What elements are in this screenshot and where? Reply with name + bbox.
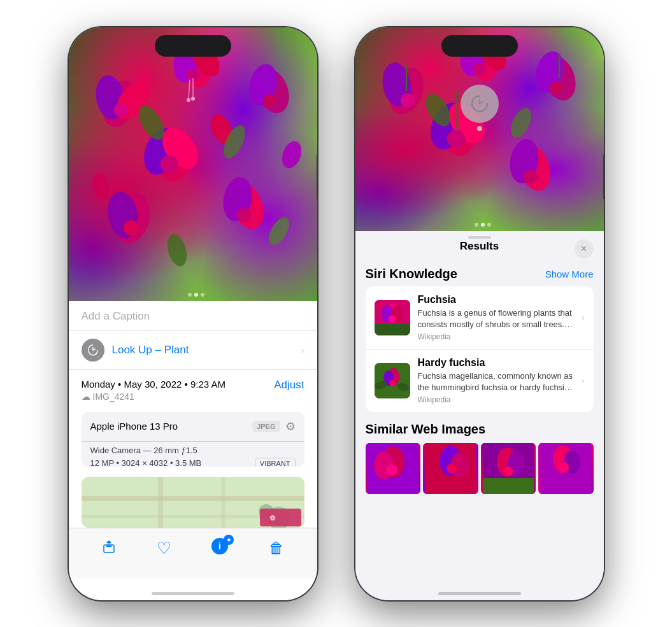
cloud-icon: ☁: [82, 391, 90, 402]
home-indicator: [69, 579, 317, 600]
location-row: ☁ IMG_4241: [82, 391, 225, 402]
hardy-text: Hardy fuchsia Fuchsia magellanica, commo…: [418, 357, 574, 404]
similar-section: Similar Web Images: [366, 419, 594, 499]
device-card: Apple iPhone 13 Pro JPEG ⚙ Wide Camera —…: [82, 412, 304, 467]
vibrant-badge: VIBRANT: [255, 458, 296, 467]
filename: IMG_4241: [93, 391, 134, 402]
close-button[interactable]: ✕: [575, 239, 594, 258]
fuchsia-thumbnail: [375, 300, 410, 335]
svg-point-27: [187, 98, 190, 102]
photo-area[interactable]: [69, 27, 317, 301]
svg-point-22: [278, 138, 304, 171]
specs-row2: 12 MP • 3024 × 4032 • 3.5 MB VIBRANT: [90, 458, 296, 467]
info-badge: ✦: [224, 535, 234, 545]
right-phone: Results ✕ Siri Knowledge Show More: [355, 27, 604, 600]
svg-point-100: [559, 462, 569, 472]
svg-text:🌸: 🌸: [269, 514, 276, 521]
date-info: Monday • May 30, 2022 • 9:23 AM ☁ IMG_42…: [82, 379, 225, 402]
similar-title: Similar Web Images: [366, 422, 594, 437]
svg-point-31: [264, 214, 293, 248]
adjust-button[interactable]: Adjust: [274, 379, 304, 391]
right-home-bar: [438, 592, 521, 595]
fuchsia-result[interactable]: Fuchsia Fuchsia is a genus of flowering …: [366, 286, 594, 349]
svg-point-34: [201, 293, 204, 297]
hardy-desc: Fuchsia magellanica, commonly known as t…: [418, 370, 574, 393]
similar-image-2[interactable]: [423, 443, 478, 494]
similar-images[interactable]: [366, 443, 594, 494]
gear-icon[interactable]: ⚙: [285, 419, 296, 433]
svg-rect-42: [260, 509, 301, 526]
svg-point-26: [191, 97, 195, 101]
home-bar: [152, 592, 234, 595]
fuchsia-chevron: ›: [582, 313, 585, 323]
right-screen: Results ✕ Siri Knowledge Show More: [355, 27, 604, 600]
svg-point-95: [504, 467, 513, 476]
results-panel: Results ✕ Siri Knowledge Show More: [355, 231, 604, 579]
svg-rect-96: [483, 478, 534, 494]
device-name: Apple iPhone 13 Pro: [90, 421, 178, 432]
knowledge-card: Fuchsia Fuchsia is a genus of flowering …: [366, 286, 594, 412]
hardy-source: Wikipedia: [418, 395, 574, 404]
svg-rect-38: [222, 477, 225, 528]
right-home-indicator: [355, 579, 604, 600]
hardy-fuchsia-result[interactable]: Hardy fuchsia Fuchsia magellanica, commo…: [366, 349, 594, 412]
svg-point-68: [506, 104, 535, 140]
svg-point-7: [114, 103, 128, 117]
right-photo-area[interactable]: [355, 27, 604, 231]
caption-row[interactable]: Add a Caption: [69, 301, 317, 331]
similar-image-3[interactable]: [481, 443, 536, 494]
lookup-icon: [82, 339, 104, 362]
hardy-thumbnail: [375, 363, 410, 398]
heart-button[interactable]: ♡: [157, 539, 171, 558]
fuchsia-desc: Fuchsia is a genus of flowering plants t…: [418, 307, 574, 330]
left-phone: Add a Caption Look Up – Plant › Mon: [69, 27, 317, 600]
show-more-button[interactable]: Show More: [545, 269, 594, 279]
lookup-dot: [477, 126, 482, 131]
svg-point-87: [386, 464, 397, 476]
delete-button[interactable]: 🗑: [269, 539, 284, 557]
lookup-row[interactable]: Look Up – Plant ›: [69, 331, 317, 370]
share-button[interactable]: [101, 539, 117, 558]
svg-point-14: [161, 155, 178, 173]
info-section: Add a Caption Look Up – Plant › Mon: [69, 301, 317, 528]
date-text: Monday • May 30, 2022 • 9:23 AM: [82, 379, 225, 390]
info-button[interactable]: i ✦: [211, 537, 229, 559]
svg-point-63: [524, 170, 538, 184]
fuchsia-source: Wikipedia: [418, 332, 574, 341]
jpeg-badge: JPEG: [252, 421, 280, 432]
svg-point-60: [447, 130, 465, 148]
map-preview[interactable]: 🌸: [82, 477, 304, 528]
svg-rect-77: [375, 324, 410, 335]
svg-line-25: [189, 80, 190, 99]
siri-knowledge-title: Siri Knowledge: [366, 267, 457, 281]
svg-point-30: [164, 232, 190, 268]
left-screen: Add a Caption Look Up – Plant › Mon: [69, 27, 317, 600]
lookup-label: Look Up – Plant: [112, 344, 189, 356]
flower-overlay: [69, 27, 317, 301]
similar-image-4[interactable]: [538, 443, 594, 494]
svg-point-56: [550, 81, 562, 94]
svg-point-70: [481, 223, 485, 227]
similar-image-1[interactable]: [366, 443, 421, 494]
svg-rect-36: [82, 496, 304, 501]
bottom-toolbar: ♡ i ✦ 🗑: [69, 528, 317, 579]
svg-point-33: [194, 293, 198, 297]
results-scroll[interactable]: Siri Knowledge Show More: [355, 259, 604, 579]
results-header: Results ✕: [355, 231, 604, 259]
hardy-chevron: ›: [582, 376, 585, 386]
svg-point-32: [188, 293, 192, 297]
svg-point-50: [473, 62, 486, 75]
fuchsia-text: Fuchsia Fuchsia is a genus of flowering …: [418, 294, 574, 341]
lookup-overlay-button[interactable]: [461, 85, 499, 123]
dynamic-island: [155, 35, 231, 57]
svg-point-71: [487, 223, 491, 227]
svg-rect-37: [158, 477, 163, 528]
caption-placeholder[interactable]: Add a Caption: [82, 310, 150, 322]
svg-point-10: [263, 94, 276, 107]
dynamic-island-right: [441, 35, 518, 57]
svg-point-53: [401, 94, 415, 108]
results-title: Results: [460, 240, 499, 253]
svg-point-17: [124, 220, 139, 236]
svg-point-23: [90, 172, 111, 201]
svg-point-69: [475, 223, 478, 227]
